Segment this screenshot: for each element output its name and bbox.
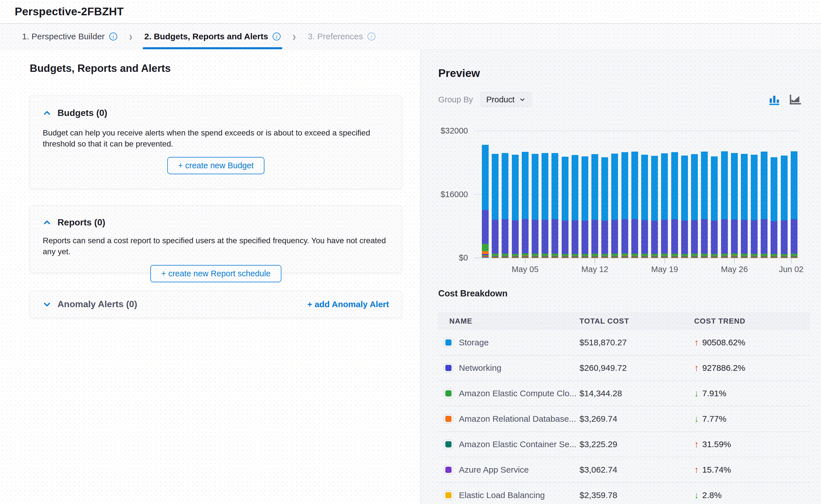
bar-segment-rds [482, 251, 489, 254]
table-row[interactable]: Amazon Relational Database... $3,269.74 … [438, 406, 810, 432]
chart-bar[interactable] [781, 156, 788, 258]
bar-segment-ec2 [761, 254, 768, 256]
chart-bar[interactable] [711, 156, 718, 258]
chart-bar[interactable] [522, 152, 528, 258]
chart-bar[interactable] [571, 155, 578, 258]
bar-chart-icon[interactable] [768, 93, 781, 106]
bar-segment-storage [701, 152, 708, 219]
bar-segment-networking [721, 219, 728, 254]
tab-budgets-reports-alerts[interactable]: 2. Budgets, Reports and Alerts i [144, 24, 281, 49]
chart-bar[interactable] [651, 156, 658, 258]
reports-card-header[interactable]: Reports (0) [30, 206, 402, 228]
chart-bar[interactable] [482, 145, 489, 258]
bar-segment-networking [761, 219, 768, 254]
bar-segment-networking [701, 219, 708, 254]
x-tick: Jun 02 [791, 258, 792, 264]
bar-segment-ec2 [771, 254, 777, 256]
group-by-select[interactable]: Product [480, 92, 532, 107]
table-row[interactable]: Storage $518,870.27 ↑ 90508.62% [438, 330, 810, 356]
chart-bar[interactable] [562, 157, 568, 258]
bar-segment-networking [791, 219, 798, 254]
chart-bar[interactable] [771, 157, 777, 258]
create-report-schedule-button[interactable]: + create new Report schedule [150, 265, 281, 282]
chart-bar[interactable] [791, 151, 798, 258]
row-trend-cell: ↑ 90508.62% [694, 337, 810, 348]
chevron-up-icon[interactable] [43, 218, 51, 227]
chart-bar[interactable] [661, 153, 668, 258]
bar-segment-storage [622, 152, 628, 219]
chart-bar[interactable] [701, 152, 708, 258]
chart-bar[interactable] [581, 156, 588, 258]
legend-chip [444, 414, 453, 424]
chart-bar[interactable] [681, 156, 688, 258]
tab-preferences[interactable]: 3. Preferences i [308, 24, 375, 49]
chart-bars [482, 131, 798, 258]
chart-bar[interactable] [502, 153, 508, 258]
create-budget-button[interactable]: + create new Budget [167, 157, 265, 174]
chart-bar[interactable] [731, 153, 738, 258]
y-tick-label: $16000 [440, 190, 468, 199]
bar-segment-networking [771, 221, 777, 254]
chevron-down-icon[interactable] [43, 300, 51, 309]
table-row[interactable]: Amazon Elastic Container Se... $3,225.29… [438, 432, 810, 457]
bar-segment-storage [512, 155, 519, 220]
bar-segment-storage [502, 153, 508, 219]
table-row[interactable]: Amazon Elastic Compute Clo... $14,344.28… [438, 381, 810, 406]
chart-bar[interactable] [492, 154, 498, 258]
tab-perspective-builder[interactable]: 1. Perspective Builder i [22, 24, 117, 49]
bar-segment-ec2 [522, 253, 528, 256]
chart-bar[interactable] [641, 155, 648, 258]
legend-chip [444, 440, 453, 449]
table-row[interactable]: Azure App Service $3,062.74 ↑ 15.74% [438, 457, 810, 483]
reports-card: Reports (0) Reports can send a cost repo… [30, 206, 402, 273]
area-chart-icon[interactable] [789, 93, 802, 106]
bar-segment-networking [532, 220, 538, 254]
chart-bar[interactable] [532, 154, 538, 258]
trend-arrow-icon: ↑ [694, 439, 699, 450]
chart-bar[interactable] [622, 152, 628, 258]
chart-bar[interactable] [631, 152, 638, 258]
bar-segment-ec2 [651, 254, 658, 256]
chart-bar[interactable] [601, 157, 608, 258]
chart-bar[interactable] [551, 153, 558, 258]
chart-bar[interactable] [541, 153, 548, 258]
legend-swatch [445, 441, 452, 447]
chart-bar[interactable] [761, 152, 768, 258]
row-trend-cell: ↓ 7.77% [694, 413, 810, 424]
bar-segment-networking [571, 220, 578, 254]
info-icon[interactable]: i [368, 33, 375, 40]
info-icon[interactable]: i [109, 33, 117, 40]
chart-bar[interactable] [691, 154, 698, 258]
chart-bar[interactable] [512, 155, 519, 258]
chart-bar[interactable] [591, 154, 598, 258]
bar-segment-ec2 [751, 254, 758, 256]
budgets-card-header[interactable]: Budgets (0) [30, 96, 402, 118]
table-row[interactable]: Networking $260,949.72 ↑ 927886.2% [438, 356, 810, 381]
chart-bar[interactable] [741, 154, 748, 258]
bar-segment-networking [661, 220, 668, 254]
row-trend-value: 2.8% [702, 490, 722, 500]
cost-table-body: Storage $518,870.27 ↑ 90508.62% Networki… [438, 330, 810, 504]
x-tick-mark [734, 258, 735, 264]
y-tick-label: $0 [459, 253, 468, 262]
table-row[interactable]: Elastic Load Balancing $2,359.78 ↓ 2.8% [438, 483, 810, 504]
row-name: Azure App Service [459, 465, 529, 475]
bar-segment-ec2 [512, 254, 519, 256]
bar-segment-ec2 [691, 254, 698, 256]
bar-segment-ec2 [502, 254, 508, 256]
chart-bar[interactable] [611, 154, 618, 258]
chart-bar[interactable] [721, 151, 728, 258]
bar-segment-storage [781, 156, 788, 220]
chart-bar[interactable] [751, 155, 758, 258]
info-icon[interactable]: i [273, 33, 281, 40]
tab-label: 2. Budgets, Reports and Alerts [144, 32, 268, 41]
wizard-tabbar: 1. Perspective Builder i › 2. Budgets, R… [0, 24, 821, 49]
cost-chart: $0$16000$32000 May 05May 12May 19May 26J… [438, 119, 798, 273]
chevron-up-icon[interactable] [43, 109, 51, 117]
table-header-row: NAME TOTAL COST COST TREND [438, 312, 810, 330]
bar-segment-storage [601, 157, 608, 221]
cost-breakdown-title: Cost Breakdown [438, 288, 508, 299]
add-anomaly-alert-link[interactable]: + add Anomaly Alert [307, 300, 389, 309]
chart-bar[interactable] [671, 152, 678, 258]
bar-segment-ec2 [681, 254, 688, 256]
